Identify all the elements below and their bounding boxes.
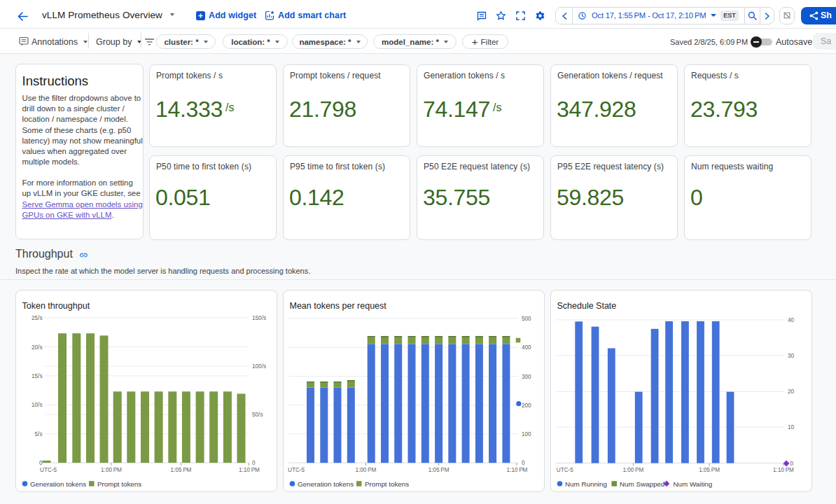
svg-text:1:00 PM: 1:00 PM — [101, 467, 122, 473]
svg-text:5/s: 5/s — [35, 431, 43, 438]
svg-text:40: 40 — [788, 317, 795, 323]
svg-text:1:10 PM: 1:10 PM — [507, 467, 528, 473]
svg-text:400: 400 — [522, 344, 531, 351]
svg-text:50/s: 50/s — [252, 412, 263, 418]
svg-text:Num Running: Num Running — [565, 480, 607, 488]
svg-text:Prompt tokens: Prompt tokens — [97, 480, 141, 488]
svg-text:25/s: 25/s — [32, 315, 42, 321]
svg-text:0: 0 — [522, 460, 525, 466]
svg-text:100: 100 — [522, 431, 531, 438]
svg-text:UTC-5: UTC-5 — [40, 467, 57, 473]
svg-text:0: 0 — [39, 460, 43, 466]
svg-text:15/s: 15/s — [32, 373, 42, 379]
svg-text:0: 0 — [252, 460, 256, 466]
svg-text:1:10 PM: 1:10 PM — [239, 467, 260, 473]
svg-text:1:00 PM: 1:00 PM — [622, 467, 643, 473]
svg-text:Mean tokens per request: Mean tokens per request — [290, 301, 387, 311]
svg-text:Schedule State: Schedule State — [557, 301, 617, 311]
svg-text:0: 0 — [790, 461, 794, 467]
svg-text:300: 300 — [522, 374, 531, 380]
svg-text:200: 200 — [522, 402, 531, 409]
svg-text:10: 10 — [788, 424, 795, 430]
svg-text:Token throughput: Token throughput — [22, 301, 90, 311]
svg-text:1:05 PM: 1:05 PM — [429, 467, 450, 473]
svg-text:1:05 PM: 1:05 PM — [699, 467, 720, 473]
svg-text:1:10 PM: 1:10 PM — [773, 467, 794, 473]
svg-text:Prompt tokens: Prompt tokens — [365, 480, 409, 488]
svg-text:Num Swapped: Num Swapped — [620, 480, 664, 488]
svg-text:10/s: 10/s — [32, 402, 42, 408]
svg-text:150/s: 150/s — [252, 315, 266, 321]
svg-text:UTC-5: UTC-5 — [288, 467, 305, 473]
svg-text:500: 500 — [522, 316, 531, 322]
svg-text:1:00 PM: 1:00 PM — [355, 467, 376, 473]
svg-text:Generation tokens: Generation tokens — [30, 480, 86, 488]
svg-text:30: 30 — [788, 353, 795, 359]
svg-text:Num Waiting: Num Waiting — [674, 480, 713, 488]
svg-text:1:05 PM: 1:05 PM — [171, 467, 192, 473]
svg-text:Generation tokens: Generation tokens — [298, 480, 354, 488]
svg-text:100/s: 100/s — [252, 363, 266, 370]
svg-text:20: 20 — [788, 388, 795, 395]
svg-text:20/s: 20/s — [32, 344, 42, 351]
svg-text:UTC-5: UTC-5 — [557, 467, 574, 473]
